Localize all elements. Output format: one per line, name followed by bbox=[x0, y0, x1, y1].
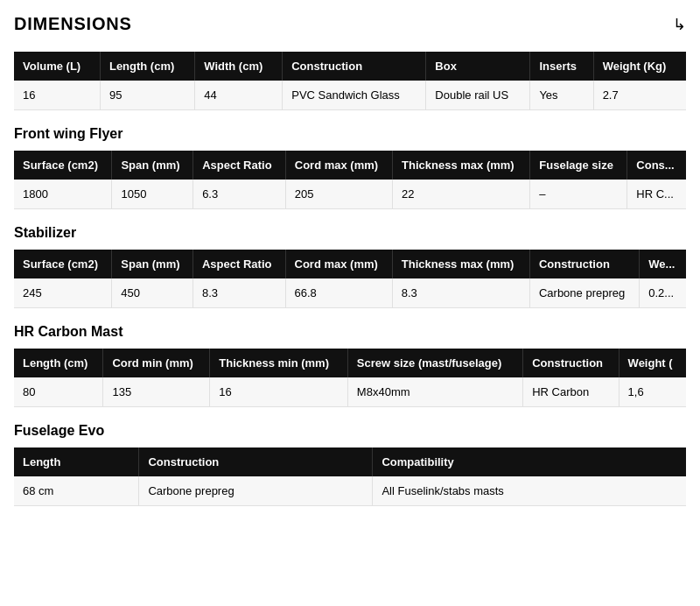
stabilizer-table-wrapper: Surface (cm2)Span (mm)Aspect RatioCord m… bbox=[14, 250, 686, 308]
column-header: Aspect Ratio bbox=[193, 151, 286, 180]
column-header: Length (cm) bbox=[14, 349, 103, 377]
table-cell: 95 bbox=[100, 81, 194, 110]
column-header: Construction bbox=[139, 447, 373, 476]
column-header: Compatibility bbox=[373, 447, 686, 476]
column-header: Volume (L) bbox=[14, 52, 100, 81]
table-cell: M8x40mm bbox=[347, 377, 522, 407]
column-header: Width (cm) bbox=[195, 52, 283, 81]
table-cell: 22 bbox=[393, 180, 530, 209]
column-header: Cord max (mm) bbox=[285, 250, 392, 278]
column-header: Span (mm) bbox=[112, 250, 193, 278]
column-header: Cord min (mm) bbox=[103, 349, 210, 377]
table-row: 180010506.320522–HR C... bbox=[14, 180, 686, 209]
page-title: DIMENSIONS bbox=[14, 14, 132, 34]
front-wing-table: Surface (cm2)Span (mm)Aspect RatioCord m… bbox=[14, 151, 686, 209]
front-wing-header-row: Surface (cm2)Span (mm)Aspect RatioCord m… bbox=[14, 151, 686, 180]
page-header: DIMENSIONS ↳ bbox=[14, 14, 686, 34]
column-header: Weight (Kg) bbox=[593, 52, 686, 81]
fuselage-title: Fuselage Evo bbox=[14, 423, 686, 439]
table-row: 169544PVC Sandwich GlassDouble rail USYe… bbox=[14, 81, 686, 110]
table-cell: 80 bbox=[14, 377, 103, 407]
column-header: Thickness max (mm) bbox=[393, 151, 530, 180]
column-header: Box bbox=[426, 52, 530, 81]
mast-table: Length (cm)Cord min (mm)Thickness min (m… bbox=[14, 349, 686, 407]
column-header: Aspect Ratio bbox=[192, 250, 285, 278]
front-wing-table-wrapper: Surface (cm2)Span (mm)Aspect RatioCord m… bbox=[14, 151, 686, 209]
table-cell: PVC Sandwich Glass bbox=[283, 81, 426, 110]
page-container: DIMENSIONS ↳ Volume (L)Length (cm)Width … bbox=[0, 0, 700, 534]
column-header: Weight ( bbox=[619, 349, 686, 377]
board-table-header-row: Volume (L)Length (cm)Width (cm)Construct… bbox=[14, 52, 686, 81]
table-cell: 245 bbox=[14, 278, 112, 308]
column-header: Cons... bbox=[627, 151, 686, 180]
table-cell: 16 bbox=[14, 81, 100, 110]
table-cell: 6.3 bbox=[193, 180, 286, 209]
column-header: We... bbox=[640, 250, 686, 278]
column-header: Span (mm) bbox=[112, 151, 193, 180]
table-row: 8013516M8x40mmHR Carbon1,6 bbox=[14, 377, 686, 407]
board-table-wrapper: Volume (L)Length (cm)Width (cm)Construct… bbox=[14, 52, 686, 110]
stabilizer-title: Stabilizer bbox=[14, 225, 686, 241]
fuselage-header-row: LengthConstructionCompatibility bbox=[14, 447, 686, 476]
column-header: Length bbox=[14, 447, 139, 476]
column-header: Thickness max (mm) bbox=[392, 250, 529, 278]
table-cell: 68 cm bbox=[14, 476, 139, 506]
table-cell: – bbox=[530, 180, 627, 209]
fuselage-table: LengthConstructionCompatibility 68 cmCar… bbox=[14, 447, 686, 506]
table-cell: 135 bbox=[103, 377, 210, 407]
table-cell: 205 bbox=[285, 180, 392, 209]
table-cell: 0.2... bbox=[640, 278, 686, 308]
column-header: Surface (cm2) bbox=[14, 250, 112, 278]
table-cell: 8.3 bbox=[192, 278, 285, 308]
table-cell: 1,6 bbox=[619, 377, 686, 407]
column-header: Inserts bbox=[530, 52, 593, 81]
table-cell: Yes bbox=[530, 81, 593, 110]
column-header: Surface (cm2) bbox=[14, 151, 112, 180]
board-table: Volume (L)Length (cm)Width (cm)Construct… bbox=[14, 52, 686, 110]
stabilizer-table: Surface (cm2)Span (mm)Aspect RatioCord m… bbox=[14, 250, 686, 308]
table-row: 68 cmCarbone prepregAll Fuselink/stabs m… bbox=[14, 476, 686, 506]
column-header: Construction bbox=[283, 52, 426, 81]
column-header: Thickness min (mm) bbox=[210, 349, 348, 377]
table-cell: All Fuselink/stabs masts bbox=[373, 476, 686, 506]
stabilizer-header-row: Surface (cm2)Span (mm)Aspect RatioCord m… bbox=[14, 250, 686, 278]
table-cell: 16 bbox=[210, 377, 348, 407]
column-header: Screw size (mast/fuselage) bbox=[347, 349, 522, 377]
table-cell: HR C... bbox=[627, 180, 686, 209]
column-header: Construction bbox=[523, 349, 619, 377]
table-cell: 2.7 bbox=[593, 81, 686, 110]
table-cell: HR Carbon bbox=[523, 377, 619, 407]
column-header: Fuselage size bbox=[530, 151, 627, 180]
mast-header-row: Length (cm)Cord min (mm)Thickness min (m… bbox=[14, 349, 686, 377]
table-cell: Double rail US bbox=[426, 81, 530, 110]
table-cell: 44 bbox=[195, 81, 283, 110]
expand-icon[interactable]: ↳ bbox=[673, 15, 686, 34]
table-cell: Carbone prepreg bbox=[139, 476, 373, 506]
table-cell: 66.8 bbox=[285, 278, 392, 308]
table-row: 2454508.366.88.3Carbone prepreg0.2... bbox=[14, 278, 686, 308]
fuselage-table-wrapper: LengthConstructionCompatibility 68 cmCar… bbox=[14, 447, 686, 506]
mast-table-wrapper: Length (cm)Cord min (mm)Thickness min (m… bbox=[14, 349, 686, 407]
column-header: Length (cm) bbox=[100, 52, 194, 81]
mast-title: HR Carbon Mast bbox=[14, 324, 686, 340]
table-cell: 1050 bbox=[112, 180, 193, 209]
table-cell: 1800 bbox=[14, 180, 112, 209]
column-header: Construction bbox=[529, 250, 639, 278]
table-cell: 8.3 bbox=[392, 278, 529, 308]
table-cell: Carbone prepreg bbox=[529, 278, 639, 308]
front-wing-title: Front wing Flyer bbox=[14, 126, 686, 142]
table-cell: 450 bbox=[112, 278, 193, 308]
column-header: Cord max (mm) bbox=[285, 151, 392, 180]
